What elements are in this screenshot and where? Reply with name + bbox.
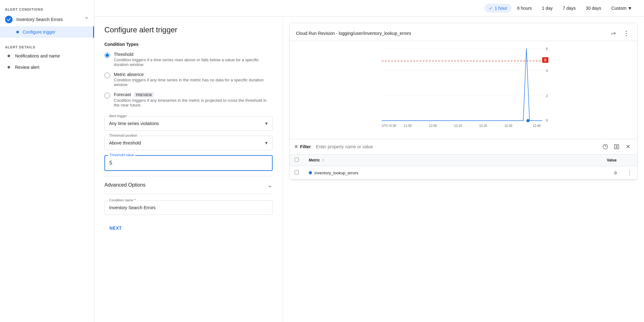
filter-input[interactable]	[314, 144, 598, 149]
svg-text:5: 5	[544, 58, 546, 62]
radio-option-threshold[interactable]: Threshold Condition triggers if a time s…	[104, 52, 273, 67]
table-row-value-cell: 0	[542, 166, 622, 180]
blue-dot-icon	[16, 31, 19, 33]
threshold-value-input-wrapper[interactable]: Threshold value	[104, 155, 273, 171]
filter-help-button[interactable]	[601, 142, 610, 151]
metrics-table-header-checkbox	[290, 155, 304, 166]
sort-arrow-icon: ↑	[322, 158, 324, 162]
time-button-7days[interactable]: 7 days	[558, 4, 580, 13]
custom-dropdown-arrow: ▼	[628, 6, 632, 11]
metrics-table-header-value: Value	[542, 155, 622, 166]
alert-trigger-select-wrapper[interactable]: Alert trigger Any time series violations…	[104, 116, 273, 131]
radio-metric-absence[interactable]	[104, 73, 110, 78]
radio-threshold-text: Threshold Condition triggers if a time s…	[114, 52, 273, 67]
chart-header: Cloud Run Revision - logging/user/invent…	[290, 23, 637, 41]
svg-text:11:50: 11:50	[404, 124, 412, 128]
chart-panel: Cloud Run Revision - logging/user/invent…	[283, 17, 644, 322]
next-button[interactable]: NEXT	[104, 222, 127, 234]
chevron-up-icon: ⌃	[84, 16, 89, 23]
filter-close-button[interactable]: ✕	[624, 142, 632, 151]
radio-group-condition-types: Threshold Condition triggers if a time s…	[104, 52, 273, 107]
time-button-1day[interactable]: 1 day	[537, 4, 557, 13]
time-button-30days[interactable]: 30 days	[581, 4, 606, 13]
chart-svg-area: 6 4 2 0 5	[290, 41, 637, 139]
radio-threshold[interactable]	[104, 52, 110, 58]
dot-icon-notifications	[8, 55, 10, 57]
metric-name-cell: inventory_lookup_errors	[309, 171, 537, 175]
threshold-position-select-wrapper[interactable]: Threshold position Above threshold Below…	[104, 136, 273, 150]
filter-icon: ≡	[295, 144, 297, 150]
radio-option-forecast[interactable]: Forecast PREVIEW Condition triggers if a…	[104, 92, 273, 107]
sidebar-item-review-alert[interactable]: Review alert	[0, 62, 94, 73]
svg-text:12:30: 12:30	[504, 124, 512, 128]
radio-forecast-desc: Condition triggers if any timeseries in …	[114, 98, 273, 107]
advanced-options-section[interactable]: Advanced Options ⌄	[104, 176, 273, 194]
filter-bar: ≡ Filter ✕	[290, 139, 637, 155]
chart-icon-button-more[interactable]: ⋮	[621, 28, 631, 38]
metrics-table-select-all-checkbox[interactable]	[295, 158, 299, 162]
sidebar-item-label-inventory: Inventory Search Errors	[16, 17, 84, 22]
condition-name-wrapper[interactable]: Condition name *	[104, 200, 273, 215]
threshold-position-label: Threshold position	[108, 134, 139, 137]
sidebar-sub-item-configure-trigger[interactable]: Configure trigger	[0, 26, 94, 38]
time-button-30days-label: 30 days	[586, 6, 601, 11]
radio-option-metric-absence[interactable]: Metric absence Condition triggers if any…	[104, 72, 273, 87]
page-title: Configure alert trigger	[104, 25, 273, 34]
time-button-6hours[interactable]: 6 hours	[513, 4, 536, 13]
threshold-value-label: Threshold value	[108, 153, 135, 157]
svg-rect-21	[614, 145, 616, 149]
filter-actions: ✕	[601, 142, 632, 151]
condition-name-input[interactable]	[105, 201, 272, 215]
time-button-custom[interactable]: Custom ▼	[607, 4, 636, 13]
radio-forecast[interactable]	[104, 93, 110, 98]
preview-badge: PREVIEW	[134, 92, 154, 97]
sidebar-item-notifications-name[interactable]: Notifications and name	[0, 50, 94, 62]
svg-rect-22	[617, 145, 619, 149]
time-button-1hour[interactable]: ✓ 1 hour	[485, 4, 512, 13]
condition-name-label: Condition name *	[108, 198, 137, 202]
main-area: ✓ 1 hour 6 hours 1 day 7 days 30 days Cu…	[94, 0, 644, 322]
advanced-options-chevron-icon: ⌄	[267, 181, 273, 189]
table-row-metric-cell: inventory_lookup_errors	[304, 166, 542, 180]
metrics-table-header-actions	[622, 155, 637, 166]
chart-icon-button-share[interactable]	[608, 28, 619, 38]
threshold-value-input[interactable]	[105, 156, 272, 170]
alert-conditions-section-label: ALERT CONDITIONS	[0, 5, 94, 13]
metrics-table-header-metric[interactable]: Metric ↑	[304, 155, 542, 166]
condition-types-label: Condition Types	[104, 42, 273, 47]
chart-title: Cloud Run Revision - logging/user/invent…	[296, 31, 411, 36]
metric-dot-icon	[309, 171, 312, 174]
svg-text:12:40: 12:40	[533, 124, 541, 128]
table-row-checkbox[interactable]	[295, 170, 299, 174]
chart-svg: 6 4 2 0 5	[296, 44, 631, 138]
sidebar-item-label-notifications: Notifications and name	[15, 53, 89, 58]
chart-actions: ⋮	[608, 28, 631, 38]
sidebar-sub-label-configure-trigger: Configure trigger	[23, 30, 55, 35]
check-icon-1hour: ✓	[489, 6, 493, 11]
alert-trigger-select[interactable]: Any time series violations All time seri…	[105, 117, 272, 130]
form-panel: Configure alert trigger Condition Types …	[94, 17, 283, 322]
alert-trigger-label: Alert trigger	[108, 114, 128, 118]
radio-forecast-label: Forecast PREVIEW	[114, 92, 273, 97]
time-button-custom-label: Custom	[611, 6, 626, 11]
content-area: Configure alert trigger Condition Types …	[94, 17, 644, 322]
dot-icon-review	[8, 66, 10, 68]
svg-text:UTC+5:30: UTC+5:30	[382, 124, 396, 128]
metric-name-label: inventory_lookup_errors	[314, 171, 358, 175]
svg-text:12:00: 12:00	[429, 124, 437, 128]
condition-name-field: Condition name *	[104, 200, 273, 215]
table-row-menu-cell[interactable]: ⋮	[622, 166, 637, 180]
sidebar-item-inventory-search-errors[interactable]: Inventory Search Errors ⌃	[0, 13, 94, 26]
filter-columns-button[interactable]	[612, 142, 621, 151]
chart-container: Cloud Run Revision - logging/user/invent…	[289, 23, 638, 180]
svg-text:4: 4	[546, 69, 548, 73]
row-menu-icon[interactable]: ⋮	[627, 170, 632, 176]
sidebar: ALERT CONDITIONS Inventory Search Errors…	[0, 0, 94, 322]
threshold-position-select[interactable]: Above threshold Below threshold	[105, 136, 272, 150]
metrics-header-metric-label: Metric	[309, 158, 320, 162]
svg-text:6: 6	[546, 47, 548, 51]
time-button-7days-label: 7 days	[563, 6, 576, 11]
advanced-options-label: Advanced Options	[104, 182, 146, 188]
sidebar-item-label-review: Review alert	[15, 65, 89, 70]
svg-text:0: 0	[546, 118, 548, 122]
